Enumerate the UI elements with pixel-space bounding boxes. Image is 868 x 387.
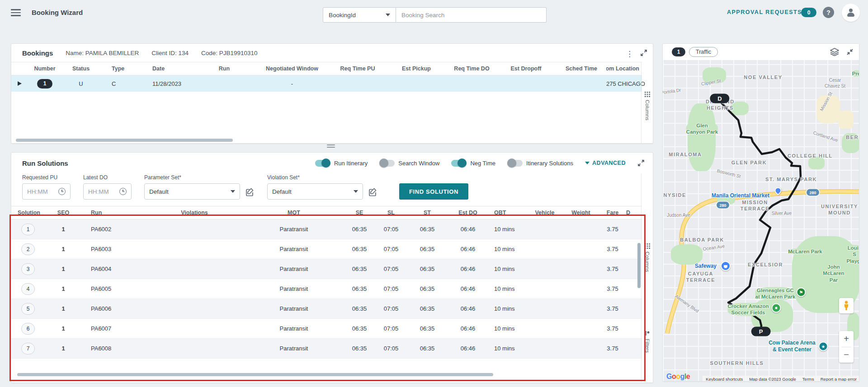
solution-badge[interactable]: 3	[21, 263, 35, 275]
edit-violation-set-icon[interactable]	[368, 187, 377, 196]
attribution-link[interactable]: Keyboard shortcuts	[703, 377, 746, 382]
solution-badge[interactable]: 6	[21, 323, 35, 335]
attribution-link[interactable]: Map data ©2023 Google	[746, 377, 799, 382]
cell-violations	[147, 219, 242, 239]
approval-requests-link[interactable]: APPROVAL REQUESTS	[727, 9, 802, 15]
collapse-icon[interactable]	[846, 48, 854, 56]
cell-sl: 07:05	[373, 299, 409, 318]
column-header: SE	[346, 206, 373, 219]
columns-tab[interactable]: Columns	[642, 92, 653, 120]
solution-badge[interactable]: 2	[21, 243, 35, 255]
columns-tab[interactable]: Columns	[642, 243, 653, 272]
chevron-down-icon	[386, 14, 390, 16]
solution-badge[interactable]: 1	[21, 224, 35, 235]
table-row[interactable]: 31PA6004Paratransit06:3507:0506:3506:461…	[11, 259, 642, 279]
toggle-switch[interactable]	[451, 160, 467, 167]
violation-set-select[interactable]: Default	[267, 183, 363, 200]
top-bar: Booking Wizard BookingId APPROVAL REQUES…	[0, 0, 868, 25]
layers-icon[interactable]	[830, 48, 839, 56]
vertical-scrollbar[interactable]	[637, 243, 641, 288]
traffic-chip[interactable]: Traffic	[689, 47, 718, 57]
toggle-switch[interactable]	[507, 160, 523, 167]
advanced-toggle[interactable]: ADVANCED	[585, 160, 626, 166]
more-options-icon[interactable]: ⋮	[626, 49, 633, 59]
filters-tab[interactable]: Filters	[642, 331, 653, 353]
attribution-link[interactable]: Report a map error	[817, 377, 859, 382]
park-area	[808, 157, 825, 169]
table-row[interactable]: 61PA6007Paratransit06:3507:0506:3506:461…	[11, 319, 642, 339]
cell-seq: 1	[47, 219, 79, 239]
column-header: Sched Time	[557, 62, 606, 75]
clock-icon[interactable]	[58, 188, 66, 195]
cell-sl: 07:05	[373, 279, 409, 298]
solution-badge[interactable]: 7	[21, 343, 35, 354]
cell-seq: 1	[47, 339, 79, 358]
cell-req-time-pu	[330, 75, 385, 92]
help-icon[interactable]: ?	[823, 7, 834, 18]
expand-icon[interactable]	[640, 49, 647, 56]
cell-violations	[147, 239, 242, 259]
toggle-search-window[interactable]: Search Window	[379, 160, 439, 167]
map-label: CAYUGA TERRACE	[686, 271, 715, 284]
cell-d	[626, 299, 642, 318]
table-row[interactable]: 71PA6008Paratransit06:3507:0506:3506:461…	[11, 339, 642, 359]
zoom-in-button[interactable]: +	[839, 331, 854, 347]
cell-seq: 1	[47, 319, 79, 338]
cell-obt: 10 mins	[491, 219, 527, 239]
edit-parameter-set-icon[interactable]	[245, 187, 255, 196]
find-solution-button[interactable]: FIND SOLUTION	[399, 183, 468, 200]
toggle-switch[interactable]	[315, 160, 330, 167]
toggle-knob	[507, 159, 516, 168]
cell-obt: 10 mins	[491, 319, 527, 338]
column-header: Fare	[599, 206, 626, 219]
run-solutions-header: Run Solutions Run ItinerarySearch Window…	[11, 153, 653, 173]
map[interactable]: NOE VALLEYCesar Chavez StMission StClipp…	[663, 60, 859, 382]
pickup-marker[interactable]: P	[751, 327, 771, 336]
table-row[interactable]: 41PA6005Paratransit06:3507:0506:3506:461…	[11, 279, 642, 299]
toggle-switch[interactable]	[379, 160, 395, 167]
table-row[interactable]: 21PA6003Paratransit06:3507:0506:3506:461…	[11, 239, 642, 259]
cell-mot: Paratransit	[242, 279, 346, 298]
menu-icon[interactable]	[11, 9, 21, 16]
search-input[interactable]	[396, 7, 547, 23]
horizontal-scrollbar[interactable]	[16, 139, 233, 142]
solution-badge[interactable]: 4	[21, 283, 35, 295]
toggle-neg-time[interactable]: Neg Time	[451, 160, 495, 167]
requested-pu-input[interactable]	[27, 188, 53, 195]
booking-row[interactable]: 1 U C 11/28/2023 - 275 CHICAGO	[11, 75, 642, 92]
avatar[interactable]	[842, 4, 860, 22]
attribution-link[interactable]: Terms	[799, 377, 817, 382]
clock-icon[interactable]	[119, 188, 127, 195]
horizontal-scrollbar[interactable]	[17, 373, 493, 376]
map-label: NOE VALLEY	[744, 75, 782, 81]
resize-handle[interactable]	[327, 145, 335, 149]
commercial-area	[838, 111, 854, 129]
toggle-label: Run Itinerary	[334, 160, 368, 167]
cell-se: 06:35	[346, 299, 373, 318]
latest-do-input[interactable]	[88, 188, 114, 195]
pegman-control[interactable]	[839, 298, 854, 313]
latest-do-field[interactable]	[83, 183, 132, 200]
park-area	[731, 102, 749, 115]
map-label: Cesar Chavez St	[823, 78, 848, 89]
cell-est-do: 06:46	[445, 279, 491, 298]
cell-status: U	[62, 75, 100, 92]
dropoff-marker[interactable]: D	[710, 94, 729, 103]
toggle-label: Itinerary Solutions	[526, 160, 573, 167]
solution-badge[interactable]: 5	[21, 303, 35, 315]
cell-req-time-do	[448, 75, 495, 92]
requested-pu-field[interactable]	[22, 183, 71, 200]
expand-icon[interactable]	[637, 159, 645, 167]
toggle-itinerary-solutions[interactable]: Itinerary Solutions	[507, 160, 573, 167]
column-header: Type	[100, 62, 141, 75]
cell-est-do: 06:46	[445, 319, 491, 338]
column-header: Est Dropoff	[495, 62, 557, 75]
zoom-out-button[interactable]: −	[839, 347, 854, 363]
search-field-select[interactable]: BookingId	[323, 7, 396, 23]
expand-row-icon[interactable]	[18, 81, 22, 86]
table-row[interactable]: 11PA6002Paratransit06:3507:0506:3506:461…	[11, 219, 642, 239]
toggle-run-itinerary[interactable]: Run Itinerary	[315, 160, 368, 167]
park-area	[703, 67, 726, 84]
table-row[interactable]: 51PA6006Paratransit06:3507:0506:3506:461…	[11, 299, 642, 319]
parameter-set-select[interactable]: Default	[144, 183, 240, 200]
